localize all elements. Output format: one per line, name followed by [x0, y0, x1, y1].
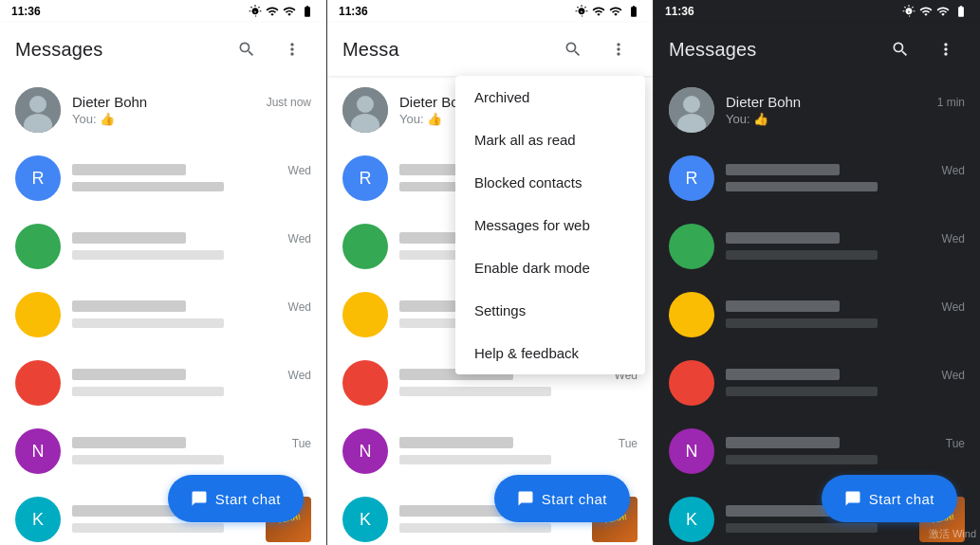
avatar: [342, 292, 388, 337]
menu-item-5[interactable]: Settings: [455, 289, 645, 332]
more-icon: [283, 40, 302, 59]
more-icon: [609, 40, 628, 59]
message-content: Wed: [72, 367, 311, 399]
preview-blurred: [72, 455, 224, 464]
message-item[interactable]: Dieter BohnJust nowYou: 👍: [0, 76, 326, 144]
chat-icon: [191, 490, 208, 507]
message-content: Tue: [726, 435, 965, 467]
search-icon: [564, 40, 582, 59]
status-icons: [249, 5, 315, 18]
app-bar-icons: [228, 30, 311, 68]
more-options-button[interactable]: [273, 30, 311, 68]
avatar: [669, 292, 714, 337]
message-header: Dieter Bohn1 min: [726, 94, 965, 110]
message-preview: [399, 521, 581, 536]
message-time: Tue: [292, 437, 311, 450]
message-preview: [726, 521, 908, 536]
message-content: Tue: [72, 435, 311, 467]
menu-item-1[interactable]: Mark all as read: [455, 118, 645, 161]
start-chat-button[interactable]: Start chat: [494, 475, 630, 522]
menu-item-3[interactable]: Messages for web: [455, 204, 645, 246]
message-header: Wed: [726, 367, 965, 383]
contact-name: [72, 230, 186, 246]
menu-item-2[interactable]: Blocked contacts: [455, 161, 645, 204]
message-preview: [399, 453, 608, 467]
avatar: R: [15, 155, 61, 201]
avatar: [15, 87, 61, 133]
preview-blurred: [726, 250, 878, 260]
contact-name-blurred: [399, 437, 513, 448]
avatar: [15, 292, 61, 337]
preview-blurred: [72, 523, 224, 533]
menu-item-6[interactable]: Help & feedback: [455, 332, 645, 374]
message-item[interactable]: Wed: [654, 212, 980, 281]
preview-blurred: [72, 182, 224, 191]
message-preview: [726, 180, 934, 194]
message-item[interactable]: Wed: [654, 281, 980, 349]
message-item[interactable]: Wed: [654, 349, 980, 417]
phone-panel-1: 11:36 Messages Dieter BohnJust nowYou: 👍…: [0, 0, 326, 545]
search-icon: [891, 40, 910, 59]
message-item[interactable]: Wed: [0, 281, 326, 349]
message-item[interactable]: Wed: [0, 349, 326, 417]
signal-icon: [936, 5, 950, 18]
contact-name: [726, 230, 840, 246]
search-button[interactable]: [554, 30, 592, 68]
app-bar: Messages: [0, 23, 326, 76]
message-time: Wed: [942, 300, 965, 314]
preview-blurred: [726, 318, 878, 328]
message-preview: You: 👍: [72, 112, 281, 126]
svg-point-1: [29, 96, 46, 113]
battery-icon: [300, 5, 315, 18]
message-item[interactable]: Dieter Bohn1 minYou: 👍: [654, 76, 980, 144]
start-chat-label: Start chat: [215, 491, 281, 507]
search-button[interactable]: [228, 30, 266, 68]
app-title: Messa: [342, 39, 554, 61]
message-time: Wed: [288, 369, 311, 382]
alarm-icon: [575, 5, 588, 18]
message-header: Wed: [726, 299, 965, 315]
message-content: Wed: [726, 299, 965, 331]
avatar: K: [342, 497, 388, 542]
status-bar: 11:36: [0, 0, 326, 23]
contact-name-blurred: [726, 369, 840, 380]
message-content: Dieter Bohn1 minYou: 👍: [726, 94, 965, 126]
menu-item-4[interactable]: Enable dark mode: [455, 246, 645, 289]
phone-panel-3: 11:36 Messages Dieter Bohn1 minYou: 👍RWe…: [653, 0, 980, 545]
avatar: [342, 360, 388, 406]
more-options-button[interactable]: [927, 30, 965, 68]
contact-name-blurred: [726, 437, 840, 448]
preview-blurred: [726, 523, 878, 533]
avatar: R: [669, 155, 714, 201]
search-button[interactable]: [881, 30, 919, 68]
watermark: 激活 Wind: [929, 527, 976, 541]
app-bar: Messa: [327, 23, 653, 76]
message-content: Wed: [72, 299, 311, 331]
message-header: Wed: [72, 299, 311, 315]
message-preview: You: 👍: [726, 112, 934, 126]
preview-blurred: [399, 455, 551, 464]
message-header: Wed: [726, 162, 965, 178]
preview-blurred: [726, 455, 878, 464]
more-options-button[interactable]: [600, 30, 638, 68]
avatar: [669, 87, 714, 133]
alarm-icon: [249, 5, 262, 18]
contact-name-blurred: [72, 164, 186, 175]
preview-blurred: [726, 387, 878, 396]
start-chat-button[interactable]: Start chat: [168, 475, 304, 522]
contact-name: [726, 299, 840, 315]
menu-item-0[interactable]: Archived: [455, 76, 645, 118]
message-item[interactable]: Wed: [0, 212, 326, 281]
message-item[interactable]: RWed: [654, 144, 980, 212]
message-item[interactable]: RWed: [0, 144, 326, 212]
start-chat-label: Start chat: [869, 491, 934, 507]
status-bar: 11:36: [327, 0, 653, 23]
message-time: Wed: [942, 232, 965, 245]
start-chat-button[interactable]: Start chat: [822, 475, 957, 522]
contact-name: [72, 299, 186, 315]
status-time: 11:36: [11, 5, 41, 18]
message-preview: [72, 385, 281, 399]
avatar: N: [669, 428, 714, 474]
svg-point-4: [357, 96, 374, 113]
message-content: Wed: [72, 230, 311, 263]
